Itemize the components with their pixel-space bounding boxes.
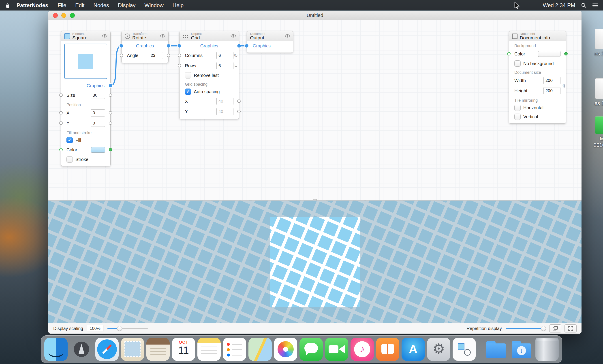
no-background-checkbox[interactable]: [514, 60, 521, 67]
panel-document-info[interactable]: Document Document info Background Color …: [509, 31, 566, 124]
menu-edit[interactable]: Edit: [71, 2, 89, 9]
close-button[interactable]: [53, 13, 58, 18]
slider-thumb[interactable]: [541, 326, 546, 331]
dock-reminders-icon[interactable]: [223, 338, 246, 361]
value-port[interactable]: [109, 93, 112, 97]
value-port[interactable]: [109, 121, 112, 125]
eye-icon[interactable]: [160, 34, 166, 39]
dock-system-preferences-icon[interactable]: [427, 338, 450, 361]
dock-folder-apps-icon[interactable]: [484, 338, 508, 361]
node-canvas[interactable]: Element Square Graphics Size Positio: [48, 20, 581, 200]
value-port[interactable]: [237, 110, 241, 113]
horizontal-checkbox[interactable]: [514, 105, 521, 111]
menu-help[interactable]: Help: [168, 2, 188, 9]
repetition-display-slider[interactable]: [506, 328, 546, 329]
zoom-button[interactable]: [70, 13, 75, 18]
remove-last-checkbox[interactable]: [185, 72, 191, 78]
pattern-preview[interactable]: [48, 200, 581, 323]
value-port[interactable]: [237, 99, 241, 103]
value-port[interactable]: [59, 121, 63, 125]
desktop-icon-3[interactable]: МА 2016.pdf: [589, 116, 603, 148]
auto-spacing-checkbox[interactable]: [185, 88, 191, 95]
display-scaling-value[interactable]: 100%: [87, 325, 104, 332]
node-square[interactable]: Element Square Graphics Size Positio: [61, 31, 111, 166]
fullscreen-view-button[interactable]: [565, 324, 577, 332]
menu-file[interactable]: File: [53, 2, 71, 9]
fill-checkbox[interactable]: [67, 137, 73, 143]
vertical-checkbox[interactable]: [514, 114, 521, 120]
document-info-header[interactable]: Document Document info: [509, 31, 566, 41]
dock-facetime-icon[interactable]: [325, 338, 348, 361]
node-title-label: Rotate: [132, 35, 148, 40]
columns-input[interactable]: [216, 52, 233, 59]
tile-view-button[interactable]: [549, 324, 561, 332]
dock-ibooks-icon[interactable]: [376, 338, 399, 361]
branch-arrow-icon[interactable]: ↳: [234, 64, 238, 68]
value-port[interactable]: [109, 111, 112, 114]
value-port[interactable]: [120, 54, 123, 57]
color-port[interactable]: [564, 52, 568, 55]
minimize-button[interactable]: [61, 13, 66, 18]
notification-center-icon[interactable]: [592, 3, 598, 8]
dock-photos-icon[interactable]: [274, 338, 297, 361]
dock-appstore-icon[interactable]: [402, 338, 425, 361]
dock-trash-icon[interactable]: [535, 338, 559, 361]
dock-notes-icon[interactable]: [197, 338, 221, 361]
angle-input[interactable]: [149, 52, 163, 59]
apple-menu-icon[interactable]: [5, 3, 9, 8]
dock-itunes-icon[interactable]: [350, 338, 374, 361]
node-rotate[interactable]: Transform Rotate Graphics Angle: [121, 31, 169, 63]
dock-patternodes-icon[interactable]: [452, 338, 476, 361]
node-output[interactable]: Document Output Graphics: [247, 31, 293, 53]
window-titlebar[interactable]: Untitled: [48, 11, 581, 20]
dock-calendar-icon[interactable]: OCT11: [172, 338, 195, 361]
dock-maps-icon[interactable]: [248, 338, 272, 361]
stroke-checkbox[interactable]: [67, 156, 73, 163]
menu-clock[interactable]: Wed 2:34 PM: [543, 2, 575, 9]
eye-icon[interactable]: [284, 34, 290, 39]
value-port[interactable]: [167, 54, 170, 57]
dock-safari-icon[interactable]: [95, 338, 119, 361]
dock-contacts-icon[interactable]: [146, 338, 170, 361]
dock-finder-icon[interactable]: [44, 338, 68, 361]
node-output-header[interactable]: Document Output: [247, 31, 293, 41]
spotlight-icon[interactable]: [581, 3, 586, 8]
slider-thumb[interactable]: [117, 326, 122, 331]
node-grid[interactable]: Repeat Grid Graphics Columns ↻ Rows: [179, 31, 239, 119]
height-input[interactable]: [544, 87, 560, 94]
background-color-swatch[interactable]: [538, 51, 560, 57]
position-x-input[interactable]: [91, 109, 105, 117]
menu-display[interactable]: Display: [114, 2, 140, 9]
menu-app-name[interactable]: PatterNodes: [12, 2, 53, 9]
node-square-header[interactable]: Element Square: [61, 31, 110, 41]
dock-messages-icon[interactable]: [300, 338, 323, 361]
eye-icon[interactable]: [230, 34, 236, 39]
menu-nodes[interactable]: Nodes: [89, 2, 113, 9]
desktop-icon-2[interactable]: es 1.8.5: [589, 78, 603, 107]
sync-icon[interactable]: ↻: [234, 53, 238, 58]
fill-color-swatch[interactable]: [91, 147, 105, 153]
dock-launchpad-icon[interactable]: [70, 338, 93, 361]
rows-input[interactable]: [216, 62, 233, 69]
eye-icon[interactable]: [102, 34, 108, 39]
display-scaling-slider[interactable]: [107, 328, 148, 329]
desktop-icon-1[interactable]: es 1.8.5: [589, 29, 603, 57]
dock-folder-downloads-icon[interactable]: ↓: [510, 338, 533, 361]
width-input[interactable]: [544, 77, 560, 84]
value-port[interactable]: [178, 54, 181, 57]
value-port[interactable]: [178, 64, 181, 67]
size-input[interactable]: [91, 92, 105, 99]
node-rotate-header[interactable]: Transform Rotate: [122, 31, 168, 41]
position-y-input[interactable]: [91, 120, 105, 127]
spacing-y-input[interactable]: [216, 108, 233, 115]
color-port[interactable]: [59, 148, 63, 151]
menu-window[interactable]: Window: [140, 2, 168, 9]
color-port[interactable]: [109, 148, 112, 151]
node-grid-header[interactable]: Repeat Grid: [180, 31, 239, 41]
dock-mail-icon[interactable]: [121, 338, 144, 361]
spacing-x-input[interactable]: [216, 98, 233, 105]
value-port[interactable]: [59, 111, 63, 114]
value-port[interactable]: [59, 93, 63, 97]
color-port[interactable]: [507, 52, 510, 55]
horizontal-label: Horizontal: [523, 105, 544, 110]
